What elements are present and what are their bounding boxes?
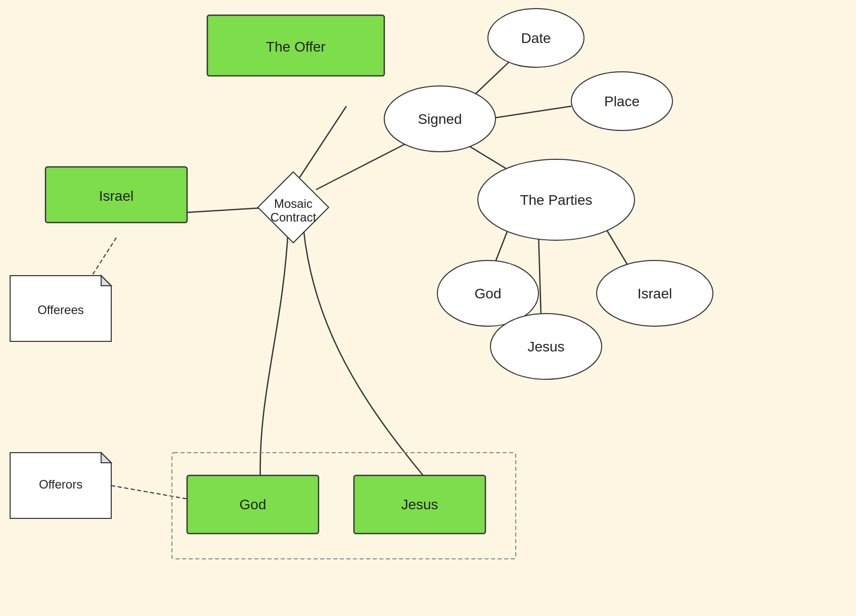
offerors-label: Offerors [39, 477, 82, 491]
israel-top-label: Israel [99, 188, 133, 204]
place-label: Place [604, 94, 640, 109]
diagram: The Offer Israel Mosaic Contract Signed … [0, 0, 856, 616]
edge-parties-jesus [538, 233, 541, 316]
god-top-label: God [475, 286, 502, 301]
god-bottom-label: God [240, 497, 266, 512]
jesus-mid-label: Jesus [527, 339, 564, 355]
offerees-corner [101, 276, 111, 286]
mosaic-contract-label2: Contract [271, 210, 317, 224]
date-label: Date [521, 30, 551, 46]
edge-mosaic-jesus-bottom [303, 228, 427, 480]
offerees-label: Offerees [37, 303, 84, 317]
edge-israel-offerees [91, 238, 116, 277]
parties-label: The Parties [520, 192, 592, 208]
edge-signed-place [488, 106, 571, 119]
offer-label: The Offer [266, 39, 326, 55]
mosaic-contract-label: Mosaic [274, 197, 312, 210]
signed-label: Signed [418, 111, 462, 127]
edge-mosaic-god-bottom [260, 228, 288, 480]
edge-offerors-god [111, 486, 197, 501]
offerors-corner [101, 453, 111, 463]
jesus-bottom-label: Jesus [401, 497, 438, 512]
israel-right-label: Israel [638, 286, 672, 301]
edge-offer-mosaic [293, 106, 346, 187]
